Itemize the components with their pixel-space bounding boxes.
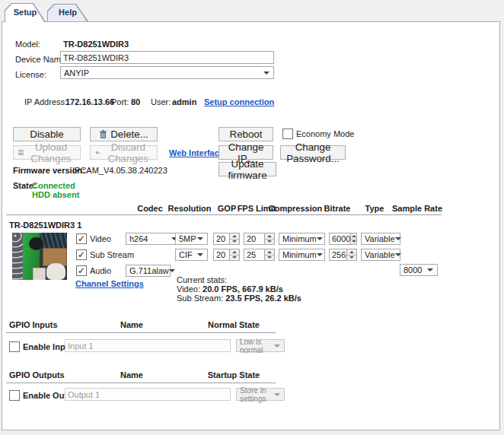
- save-icon: [18, 148, 24, 157]
- gpio-output-name-field[interactable]: [65, 388, 231, 401]
- disable-button[interactable]: Disable: [13, 127, 81, 141]
- up-down-arrows-icon: [350, 233, 356, 244]
- license-select-value: ANYIP: [64, 68, 89, 78]
- sub-compression-select[interactable]: Minimum: [279, 249, 325, 261]
- chevron-down-icon: [263, 71, 270, 75]
- tab-help-label: Help: [47, 4, 88, 21]
- video-type-select[interactable]: Variable: [361, 233, 400, 245]
- tab-setup-label: Setup: [5, 3, 46, 22]
- column-header-resolution: Resolution: [168, 204, 212, 213]
- web-interface-link[interactable]: Web Interface: [169, 148, 224, 157]
- gpio-outputs-separator-line: [6, 383, 276, 383]
- video-resolution-select[interactable]: 5MP: [175, 233, 208, 245]
- video-gop-spinner[interactable]: 20: [213, 233, 240, 245]
- update-firmware-button[interactable]: Update firmware: [219, 162, 276, 176]
- sub-gop-spinner[interactable]: 20: [213, 249, 240, 261]
- column-header-gop: GOP: [218, 204, 236, 213]
- disable-button-label: Disable: [30, 129, 63, 140]
- audio-checkbox[interactable]: [76, 265, 87, 276]
- chevron-down-icon: [274, 393, 280, 396]
- gpio-outputs-section-label: GPIO Outputs: [9, 370, 65, 379]
- ip-address-value: 172.16.13.66: [65, 97, 114, 106]
- gpio-input-normal-state-value: Low is normal: [240, 338, 274, 354]
- sub-bitrate-value: 256: [330, 249, 346, 260]
- gpio-inputs-name-header: Name: [120, 320, 143, 329]
- video-codec-value: h264: [129, 234, 148, 243]
- sub-type-value: Variable: [365, 250, 395, 259]
- column-header-compression: Compression: [269, 204, 322, 213]
- port-label: Port:: [111, 97, 129, 106]
- up-down-arrows-icon: [264, 249, 274, 260]
- header-separator-line: [6, 214, 442, 215]
- gpio-input-normal-state-select[interactable]: Low is normal: [236, 339, 285, 352]
- sub-gop-down[interactable]: [230, 255, 239, 261]
- column-header-codec: Codec: [137, 204, 163, 213]
- chevron-down-icon: [395, 237, 401, 240]
- video-fps-down[interactable]: [265, 239, 274, 245]
- tab-help[interactable]: Help: [47, 4, 88, 21]
- state-hdd-text: HDD absent: [32, 190, 79, 199]
- setup-connection-link[interactable]: Setup connection: [204, 97, 274, 106]
- gpio-outputs-state-header: Startup State: [208, 370, 260, 379]
- model-value: TR-D8251WDIR3: [63, 40, 129, 49]
- up-down-arrows-icon: [346, 249, 356, 260]
- chevron-down-icon: [197, 237, 203, 240]
- sub-resolution-select[interactable]: CIF: [175, 249, 208, 261]
- video-checkbox-label: Video: [90, 234, 111, 243]
- chevron-down-icon: [317, 253, 323, 256]
- video-checkbox[interactable]: [76, 233, 87, 244]
- video-bitrate-down[interactable]: [351, 239, 356, 245]
- undo-arrow-icon: [95, 149, 100, 157]
- tab-setup[interactable]: Setup: [5, 3, 46, 22]
- up-down-arrows-icon: [264, 233, 274, 244]
- enable-input-checkbox[interactable]: [9, 341, 20, 352]
- chevron-down-icon: [427, 268, 433, 271]
- sub-resolution-value: CIF: [179, 250, 193, 259]
- enable-output-checkbox[interactable]: [9, 390, 20, 401]
- video-bitrate-spinner[interactable]: 6000: [329, 233, 357, 245]
- discard-changes-button[interactable]: Discard Changes: [90, 145, 158, 160]
- sub-stats-line: Sub Stream: 23.5 FPS, 26.2 kB/s: [177, 294, 301, 303]
- chevron-down-icon: [274, 345, 280, 348]
- upload-changes-label: Upload Changes: [27, 141, 75, 164]
- video-stats-line: Video: 20.0 FPS, 667.9 kB/s: [177, 284, 283, 294]
- sub-type-select[interactable]: Variable: [361, 249, 400, 261]
- device-setup-window: Setup Help Model: TR-D8251WDIR3 Device N…: [0, 0, 504, 435]
- video-fps-spinner[interactable]: 20: [244, 233, 275, 245]
- gpio-outputs-name-header: Name: [120, 370, 143, 379]
- state-connected-text: Connected: [32, 181, 75, 190]
- chevron-down-icon: [169, 269, 175, 272]
- user-label: User:: [151, 97, 171, 106]
- license-select[interactable]: ANYIP: [60, 66, 274, 79]
- sub-stats-value: 23.5 FPS, 26.2 kB/s: [225, 294, 301, 303]
- model-label: Model:: [15, 40, 40, 49]
- sub-fps-value: 25: [244, 249, 264, 260]
- change-password-button[interactable]: Change Password...: [280, 145, 346, 160]
- firmware-version-value: IPCAM_V4.05.38.240223: [72, 166, 167, 175]
- video-compression-select[interactable]: Minimum: [279, 233, 325, 245]
- sub-fps-down[interactable]: [265, 255, 274, 261]
- sub-bitrate-spinner[interactable]: 256: [329, 249, 357, 261]
- audio-sample-rate-select[interactable]: 8000: [400, 264, 438, 276]
- sub-stream-checkbox[interactable]: [76, 249, 87, 260]
- update-firmware-label: Update firmware: [224, 158, 271, 181]
- channel-settings-link[interactable]: Channel Settings: [75, 279, 144, 288]
- video-bitrate-value: 6000: [330, 233, 350, 244]
- audio-codec-select[interactable]: G.711alaw: [126, 265, 171, 277]
- column-header-type: Type: [365, 204, 384, 213]
- reboot-button[interactable]: Reboot: [219, 127, 273, 141]
- device-name-input[interactable]: [60, 51, 274, 64]
- sub-fps-spinner[interactable]: 25: [244, 249, 275, 261]
- change-password-label: Change Password...: [285, 141, 340, 164]
- sub-bitrate-down[interactable]: [347, 255, 356, 261]
- audio-sample-rate-value: 8000: [404, 265, 422, 275]
- gpio-input-name-field[interactable]: [65, 339, 231, 352]
- delete-button[interactable]: Delete...: [90, 127, 158, 141]
- upload-changes-button[interactable]: Upload Changes: [13, 145, 81, 160]
- video-gop-down[interactable]: [230, 239, 239, 245]
- economy-mode-checkbox[interactable]: [282, 129, 293, 139]
- gpio-output-startup-state-select[interactable]: Store in settings: [236, 388, 285, 401]
- chevron-down-icon: [395, 253, 401, 256]
- video-codec-select[interactable]: h264: [126, 233, 182, 245]
- up-down-arrows-icon: [229, 249, 239, 260]
